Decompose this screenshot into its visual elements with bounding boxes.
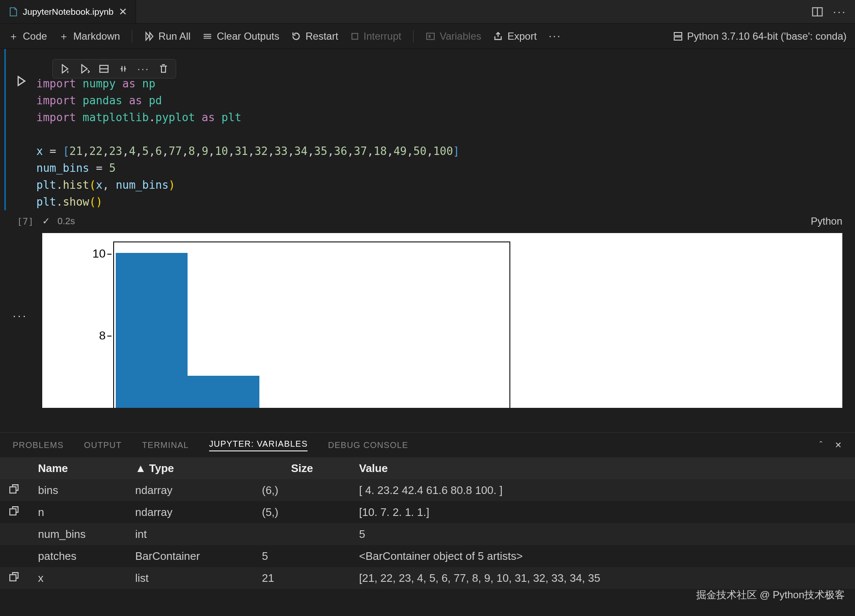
split-layout-icon[interactable] bbox=[812, 6, 823, 17]
col-type[interactable]: Type bbox=[135, 462, 245, 475]
var-value: [10. 7. 2. 1. 1.] bbox=[359, 506, 847, 519]
var-size: 5 bbox=[245, 550, 359, 563]
ellipsis-icon[interactable]: ··· bbox=[833, 5, 847, 19]
restart-button[interactable]: Restart bbox=[291, 30, 338, 42]
variables-icon bbox=[425, 31, 436, 41]
notebook-body: import numpy as np import pandas as pd i… bbox=[0, 49, 855, 408]
var-name: num_bins bbox=[38, 528, 135, 541]
var-value: [ 4. 23.2 42.4 61.6 80.8 100. ] bbox=[359, 484, 847, 497]
var-size: (5,) bbox=[245, 506, 359, 519]
export-button[interactable]: Export bbox=[493, 30, 536, 42]
ellipsis-icon[interactable]: ··· bbox=[549, 30, 562, 43]
svg-rect-4 bbox=[674, 37, 682, 40]
y-tick-label: 8 bbox=[89, 329, 106, 342]
export-icon bbox=[493, 31, 503, 41]
variable-row[interactable]: nndarray(5,)[10. 7. 2. 1. 1.] bbox=[0, 501, 855, 523]
play-all-icon bbox=[144, 31, 154, 41]
svg-rect-3 bbox=[674, 33, 682, 36]
y-tick-label: 10 bbox=[89, 247, 106, 261]
code-content[interactable]: import numpy as np import pandas as pd i… bbox=[36, 75, 842, 210]
var-type: int bbox=[135, 528, 245, 541]
split-cell-icon[interactable] bbox=[98, 63, 109, 74]
chart-axes bbox=[113, 242, 510, 408]
server-icon bbox=[673, 31, 683, 41]
clear-icon bbox=[202, 31, 212, 41]
histogram-bar bbox=[116, 253, 188, 408]
execution-count: [7] bbox=[17, 216, 34, 227]
tab-problems[interactable]: PROBLEMS bbox=[13, 440, 64, 450]
add-code-button[interactable]: ＋ Code bbox=[8, 30, 47, 43]
var-type: list bbox=[135, 572, 245, 585]
run-below-icon[interactable] bbox=[79, 63, 90, 74]
var-name: patches bbox=[38, 550, 135, 563]
svg-rect-7 bbox=[10, 509, 16, 515]
histogram-bar bbox=[188, 376, 259, 408]
panel-tab-bar: PROBLEMS OUTPUT TERMINAL JUPYTER: VARIAB… bbox=[0, 433, 855, 457]
variables-header: Name Type Size Value bbox=[0, 457, 855, 479]
tab-output[interactable]: OUTPUT bbox=[84, 440, 122, 450]
plus-icon: ＋ bbox=[59, 30, 69, 43]
run-cell-icon[interactable] bbox=[60, 63, 71, 74]
col-value[interactable]: Value bbox=[359, 462, 847, 475]
watermark: 掘金技术社区 @ Python技术极客 bbox=[696, 588, 845, 602]
tab-debug-console[interactable]: DEBUG CONSOLE bbox=[328, 440, 408, 450]
popout-icon[interactable] bbox=[8, 505, 38, 519]
output-actions-icon[interactable]: ··· bbox=[13, 309, 27, 323]
execution-time: 0.2s bbox=[57, 216, 75, 227]
cell-output-chart: 10864 bbox=[42, 233, 842, 408]
separator bbox=[132, 30, 132, 43]
var-name: n bbox=[38, 506, 135, 519]
success-check-icon: ✓ bbox=[42, 216, 50, 227]
tab-jupyter-variables[interactable]: JUPYTER: VARIABLES bbox=[209, 439, 308, 451]
col-size[interactable]: Size bbox=[245, 462, 359, 475]
run-all-button[interactable]: Run All bbox=[144, 30, 191, 42]
var-value: <BarContainer object of 5 artists> bbox=[359, 550, 847, 563]
notebook-toolbar: ＋ Code ＋ Markdown Run All Clear Outputs … bbox=[0, 24, 855, 49]
cell-language[interactable]: Python bbox=[811, 215, 842, 227]
panel-collapse-icon[interactable]: ˆ bbox=[820, 440, 823, 450]
tab-terminal[interactable]: TERMINAL bbox=[142, 440, 189, 450]
var-name: bins bbox=[38, 484, 135, 497]
clear-outputs-button[interactable]: Clear Outputs bbox=[202, 30, 279, 42]
svg-rect-8 bbox=[10, 575, 16, 581]
var-value: 5 bbox=[359, 528, 847, 541]
tab-close-icon[interactable]: ✕ bbox=[119, 6, 127, 18]
variable-row[interactable]: xlist21[21, 22, 23, 4, 5, 6, 77, 8, 9, 1… bbox=[0, 567, 855, 589]
var-type: BarContainer bbox=[135, 550, 245, 563]
execute-above-icon[interactable] bbox=[118, 63, 129, 74]
var-value: [21, 22, 23, 4, 5, 6, 77, 8, 9, 10, 31, … bbox=[359, 572, 847, 585]
popout-icon[interactable] bbox=[8, 483, 38, 497]
variable-row[interactable]: num_binsint5 bbox=[0, 523, 855, 545]
delete-cell-icon[interactable] bbox=[158, 63, 169, 74]
separator bbox=[413, 30, 414, 43]
variable-row[interactable]: binsndarray(6,)[ 4. 23.2 42.4 61.6 80.8 … bbox=[0, 479, 855, 501]
cell-toolbar: ··· bbox=[52, 59, 176, 79]
ellipsis-icon[interactable]: ··· bbox=[137, 63, 150, 75]
svg-rect-2 bbox=[427, 33, 434, 39]
play-icon[interactable] bbox=[15, 75, 27, 87]
restart-icon bbox=[291, 31, 301, 41]
var-name: x bbox=[38, 572, 135, 585]
cell-status-bar: [7] ✓ 0.2s Python bbox=[4, 210, 855, 232]
var-type: ndarray bbox=[135, 506, 245, 519]
tab-bar: JupyterNotebook.ipynb ✕ ··· bbox=[0, 0, 855, 24]
variable-row[interactable]: patchesBarContainer5<BarContainer object… bbox=[0, 545, 855, 567]
var-type: ndarray bbox=[135, 484, 245, 497]
var-size: (6,) bbox=[245, 484, 359, 497]
svg-rect-6 bbox=[10, 487, 16, 493]
panel-close-icon[interactable]: ✕ bbox=[835, 440, 842, 450]
tab-title: JupyterNotebook.ipynb bbox=[23, 7, 114, 17]
popout-icon[interactable] bbox=[8, 571, 38, 585]
var-size: 21 bbox=[245, 572, 359, 585]
kernel-picker[interactable]: Python 3.7.10 64-bit ('base': conda) bbox=[673, 30, 847, 42]
notebook-file-icon bbox=[8, 7, 18, 16]
interrupt-button[interactable]: Interrupt bbox=[350, 30, 401, 42]
stop-icon bbox=[350, 32, 359, 41]
col-name[interactable]: Name bbox=[38, 462, 135, 475]
add-markdown-button[interactable]: ＋ Markdown bbox=[59, 30, 120, 43]
svg-rect-1 bbox=[352, 33, 358, 39]
plus-icon: ＋ bbox=[8, 30, 19, 43]
tab-current[interactable]: JupyterNotebook.ipynb ✕ bbox=[0, 0, 136, 23]
variables-button[interactable]: Variables bbox=[425, 30, 481, 42]
cell-run-gutter[interactable] bbox=[6, 49, 36, 210]
